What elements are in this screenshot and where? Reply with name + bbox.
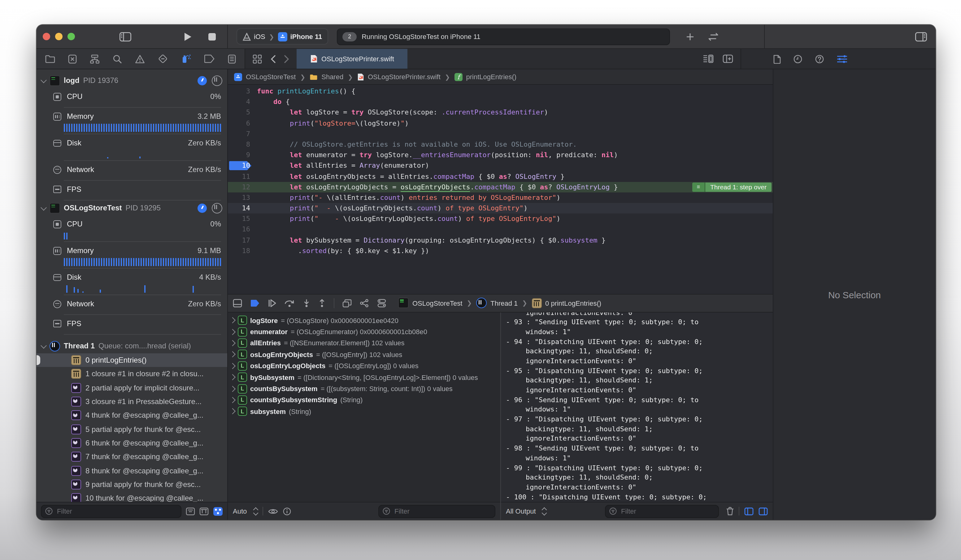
flat-list-toggle-icon[interactable] (186, 507, 195, 515)
variables-scope-select[interactable]: Auto (233, 507, 247, 515)
issue-navigator-icon[interactable] (135, 54, 145, 63)
scheme-selector[interactable]: iOS ❯ iPhone 11 (236, 29, 328, 45)
breakpoints-toggle-icon[interactable] (250, 298, 260, 307)
navigator-filter-input[interactable] (56, 507, 177, 515)
breakpoint-navigator-icon[interactable] (204, 55, 215, 63)
activity-status[interactable]: 2 Running OSLogStoreTest on iPhone 11 (337, 28, 670, 45)
console-output[interactable]: ignoreInteractionEvents: 0"- 93 : "Sendi… (501, 312, 773, 502)
step-into-icon[interactable] (303, 298, 310, 307)
swap-arrows-icon[interactable] (708, 32, 719, 40)
gauge-row-network[interactable]: NetworkZero KB/s (37, 297, 227, 311)
source-control-navigator-icon[interactable] (68, 54, 77, 63)
file-inspector-icon[interactable] (773, 54, 781, 63)
toggle-navigator-icon[interactable] (119, 32, 131, 41)
minimize-window-button[interactable] (55, 33, 63, 40)
debug-view-hierarchy-icon[interactable] (342, 298, 352, 307)
gauge-row-network[interactable]: NetworkZero KB/s (37, 163, 227, 177)
gauge-row-disk[interactable]: DiskZero KB/s (37, 136, 227, 150)
related-items-icon[interactable] (252, 54, 262, 63)
show-console-pane-icon[interactable] (759, 507, 768, 515)
console-output-select[interactable]: All Output (506, 507, 536, 515)
variable-row[interactable]: LbySubsystem= ([Dictionary<String, [OSLo… (230, 372, 500, 383)
navigator-filter-field[interactable] (41, 505, 182, 518)
gauge-row-memory[interactable]: Memory9.1 MB (37, 244, 227, 257)
breadcrumb-project[interactable]: OSLogStoreTest (246, 73, 296, 80)
close-window-button[interactable] (43, 33, 50, 40)
stack-frame-row[interactable]: 9 partial apply for thunk for @esc... (37, 477, 227, 491)
info-icon[interactable] (283, 507, 291, 515)
issue-count-badge[interactable]: 2 (342, 32, 357, 41)
stack-frame-row[interactable]: 2 partial apply for implicit closure... (37, 381, 227, 395)
source-editor[interactable]: 3func printLogEntries() {4 do {5 let log… (228, 85, 773, 294)
variable-row[interactable]: LosLogEntryObjects= ([OSLogEntry]) 102 v… (230, 349, 500, 360)
quicklook-eye-icon[interactable] (268, 508, 278, 515)
stack-frame-row[interactable]: 4 thunk for @escaping @callee_g... (37, 408, 227, 422)
performance-gauge-icon[interactable] (198, 76, 207, 85)
zoom-window-button[interactable] (67, 33, 75, 40)
variables-filter-input[interactable] (393, 507, 491, 515)
stack-frame-row[interactable]: 0 printLogEntries() (37, 353, 227, 367)
symbol-navigator-icon[interactable] (90, 54, 100, 63)
jump-frame[interactable]: 0 printLogEntries() (545, 299, 601, 306)
thread-row[interactable]: Thread 1Queue: com....hread (serial) (37, 339, 227, 353)
jump-thread[interactable]: Thread 1 (490, 299, 517, 306)
variables-filter-field[interactable] (378, 505, 495, 518)
variable-row[interactable]: LcountsBySubsystemString(String) (230, 394, 500, 406)
stack-frame-row[interactable]: 5 partial apply for thunk for @esc... (37, 422, 227, 436)
project-navigator-icon[interactable] (45, 55, 55, 63)
gauge-row-fps[interactable]: FPS (37, 317, 227, 331)
stack-frame-row[interactable]: 6 thunk for @escaping @callee_g... (37, 436, 227, 450)
attributes-inspector-icon[interactable] (837, 54, 848, 63)
show-variables-pane-icon[interactable] (744, 507, 754, 515)
debug-jump-bar[interactable]: OSLogStoreTest ❯ Thread 1 ❯ 0 printLogEn… (398, 298, 601, 308)
hide-debug-area-icon[interactable] (233, 298, 242, 307)
gauge-row-fps[interactable]: FPS (37, 183, 227, 196)
console-filter-input[interactable] (620, 507, 715, 515)
console-filter-field[interactable] (605, 505, 719, 518)
variable-row[interactable]: LosLogEntryLogObjects= ([OSLogEntryLog])… (230, 360, 500, 372)
step-over-icon[interactable] (284, 298, 295, 307)
jump-process[interactable]: OSLogStoreTest (412, 299, 462, 306)
environment-overrides-icon[interactable] (377, 298, 386, 307)
gauge-row-disk[interactable]: Disk4 KB/s (37, 270, 227, 284)
variable-row[interactable]: LlogStore= (OSLogStore) 0x0000600001ee04… (230, 314, 500, 326)
process-row[interactable]: logdPID 19376 (37, 73, 227, 88)
report-navigator-icon[interactable] (228, 54, 236, 63)
debug-navigator-icon[interactable] (181, 54, 191, 64)
stack-frame-row[interactable]: 1 closure #1 in closure #2 in closu... (37, 367, 227, 381)
threads-strip-icon[interactable] (212, 75, 222, 86)
thread-step-badge[interactable]: ≡Thread 1: step over (692, 182, 771, 191)
breadcrumb-symbol[interactable]: printLogEntries() (466, 73, 517, 80)
variable-row[interactable]: Lenumerator= (OSLogEnumerator) 0x0000600… (230, 326, 500, 337)
test-navigator-icon[interactable] (158, 54, 168, 64)
stop-button[interactable] (208, 32, 216, 40)
find-navigator-icon[interactable] (113, 54, 122, 63)
performance-gauge-icon[interactable] (198, 203, 207, 213)
editor-tab[interactable]: OSLogStorePrinter.swift (297, 49, 408, 69)
add-editor-icon[interactable] (723, 55, 733, 63)
threads-strip-icon[interactable] (212, 203, 222, 213)
process-row[interactable]: OSLogStoreTestPID 19295 (37, 201, 227, 215)
history-inspector-icon[interactable] (793, 54, 802, 63)
breadcrumb-group[interactable]: Shared (321, 73, 343, 80)
jump-bar[interactable]: OSLogStoreTest ❯ Shared ❯ OSLogStorePrin… (228, 69, 773, 85)
stack-frame-row[interactable]: 10 thunk for @escaping @callee_... (37, 491, 227, 502)
quick-help-inspector-icon[interactable] (815, 54, 824, 63)
toggle-inspector-icon[interactable] (915, 32, 927, 41)
stack-frame-row[interactable]: 8 thunk for @escaping @callee_g... (37, 464, 227, 478)
threads-view-toggle-icon[interactable] (213, 507, 223, 516)
variable-row[interactable]: LallEntries= ([NSEnumerator.Element]) 10… (230, 337, 500, 349)
go-back-icon[interactable] (271, 55, 276, 63)
gauge-row-memory[interactable]: Memory3.2 MB (37, 109, 227, 123)
step-out-icon[interactable] (318, 298, 326, 307)
clear-console-icon[interactable] (726, 507, 734, 515)
go-forward-icon[interactable] (284, 55, 289, 63)
stack-frame-row[interactable]: 7 thunk for @escaping @callee_g... (37, 450, 227, 464)
gauge-row-cpu[interactable]: CPU0% (37, 90, 227, 103)
debug-memory-graph-icon[interactable] (360, 298, 369, 307)
variable-row[interactable]: LcountsBySubsystem= ([(subsystem: String… (230, 383, 500, 395)
stack-frames-toggle-icon[interactable] (199, 507, 209, 515)
run-button[interactable] (184, 32, 192, 41)
add-tab-icon[interactable] (686, 32, 694, 40)
stack-frame-row[interactable]: 3 closure #1 in PressableGesture... (37, 395, 227, 409)
